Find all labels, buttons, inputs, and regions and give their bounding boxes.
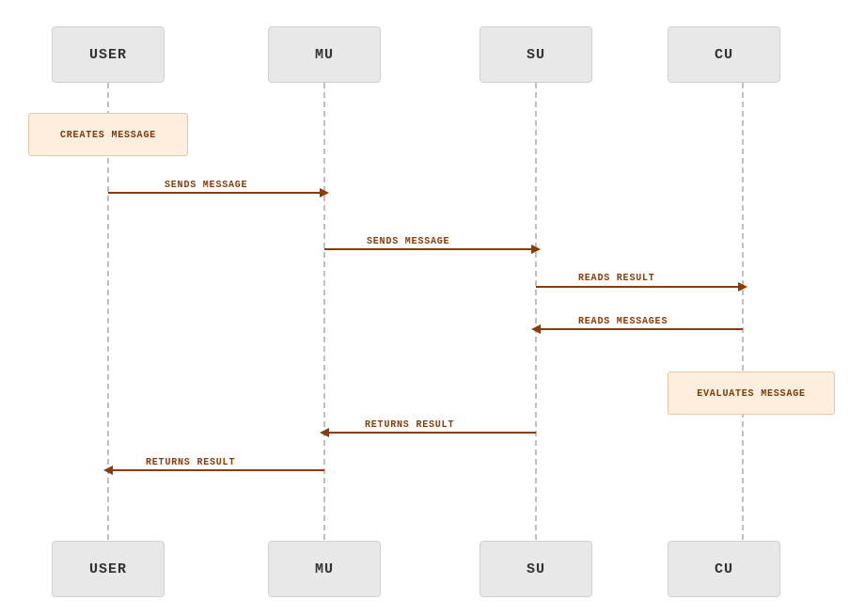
svg-marker-13 xyxy=(320,428,329,437)
label-returns-result-2: RETURNS RESULT xyxy=(146,457,235,467)
creates-message-box: CREATES MESSAGE xyxy=(28,113,188,156)
label-sends-message-1: SENDS MESSAGE xyxy=(165,180,247,190)
label-returns-result-1: RETURNS RESULT xyxy=(365,419,454,430)
diagram-svg xyxy=(0,0,865,616)
participant-su-bottom: SU xyxy=(480,541,592,597)
label-reads-messages: READS MESSAGES xyxy=(578,316,668,326)
participant-user-bottom: USER xyxy=(52,541,165,597)
participant-mu-top: MU xyxy=(268,26,381,83)
sequence-diagram: USER MU SU CU USER MU SU CU CREATES MESS… xyxy=(0,0,865,616)
label-sends-message-2: SENDS MESSAGE xyxy=(367,236,449,246)
participant-cu-bottom: CU xyxy=(668,541,780,597)
evaluates-message-box: EVALUATES MESSAGE xyxy=(668,371,835,415)
participant-mu-bottom: MU xyxy=(268,541,381,597)
svg-marker-11 xyxy=(531,324,541,334)
svg-marker-5 xyxy=(320,188,329,197)
svg-marker-15 xyxy=(103,466,113,475)
participant-user-top: USER xyxy=(52,26,165,83)
svg-marker-9 xyxy=(738,282,747,292)
svg-marker-7 xyxy=(531,245,541,254)
participant-cu-top: CU xyxy=(668,26,780,83)
participant-su-top: SU xyxy=(480,26,592,83)
label-reads-result: READS RESULT xyxy=(578,273,655,283)
